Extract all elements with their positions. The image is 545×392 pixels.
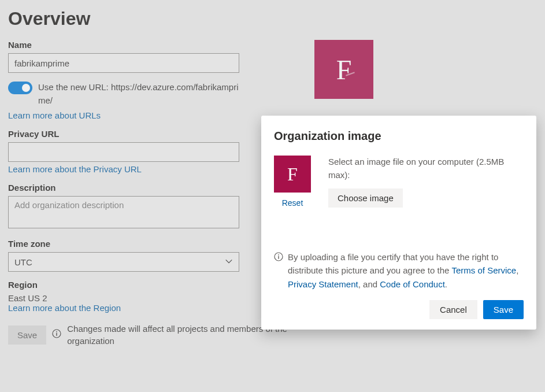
terms-of-service-link[interactable]: Terms of Service [452,264,517,277]
organization-image-dialog: Organization image F Reset Select an ima… [261,116,536,330]
reset-link[interactable]: Reset [282,198,303,208]
region-value: East US 2 [8,293,245,303]
name-input[interactable] [8,53,239,73]
privacy-url-input[interactable] [8,142,239,162]
description-label: Description [8,183,245,193]
svg-rect-2 [57,333,57,336]
dialog-avatar: F [274,156,311,193]
page-title: Overview [8,8,537,29]
description-textarea[interactable] [8,196,239,228]
info-icon [52,329,61,341]
url-toggle[interactable] [8,82,32,94]
info-icon [274,252,283,264]
svg-point-4 [278,254,279,256]
dialog-legal-text: By uploading a file you certify that you… [288,250,524,291]
dialog-title: Organization image [274,130,524,143]
privacy-statement-link[interactable]: Privacy Statement [288,278,358,291]
code-of-conduct-link[interactable]: Code of Conduct [380,278,445,291]
timezone-value: UTC [14,257,32,267]
learn-more-region-link[interactable]: Learn more about the Region [8,303,121,313]
timezone-label: Time zone [8,239,245,249]
name-label: Name [8,40,245,50]
org-avatar[interactable]: F [314,40,373,99]
learn-more-privacy-link[interactable]: Learn more about the Privacy URL [8,164,142,174]
chevron-down-icon [225,257,233,267]
dialog-instructions: Select an image file on your computer (2… [328,156,524,182]
privacy-url-label: Privacy URL [8,129,245,139]
svg-point-1 [56,331,57,332]
svg-rect-5 [278,256,279,259]
choose-image-button[interactable]: Choose image [328,188,403,208]
save-button[interactable]: Save [8,326,46,345]
region-label: Region [8,280,245,290]
timezone-select[interactable]: UTC [8,252,239,272]
cancel-button[interactable]: Cancel [429,300,477,319]
dialog-save-button[interactable]: Save [483,300,524,319]
learn-more-urls-link[interactable]: Learn more about URLs [8,110,101,120]
url-toggle-label: Use the new URL: https://dev.azure.com/f… [38,81,245,107]
